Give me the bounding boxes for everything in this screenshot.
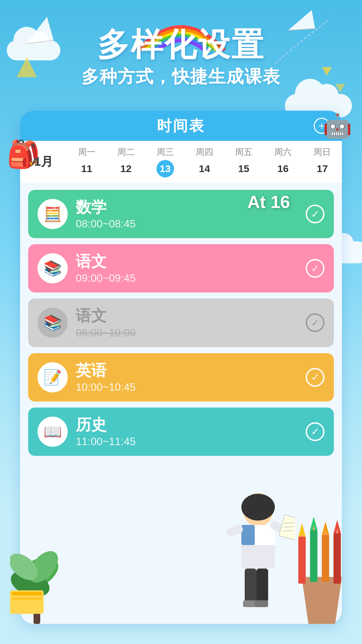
card-header: 时间表 ＋: [20, 111, 342, 141]
check-icon: ✓: [306, 368, 324, 387]
subject-info: 历史11:00~11:45: [76, 416, 298, 448]
schedule-item-4[interactable]: 📝英语10:00~10:45✓: [28, 353, 334, 401]
subject-time: 11:00~11:45: [76, 435, 298, 448]
week-header: 1月 周一11周二12周三13周四14周五15周六16周日17: [20, 141, 342, 183]
day-col-15[interactable]: 周五15: [235, 146, 252, 177]
svg-rect-24: [298, 537, 306, 584]
days-row: 周一11周二12周三13周四14周五15周六16周日17: [67, 146, 342, 177]
header-section: 多样化设置 多种方式，快捷生成课表: [0, 27, 362, 89]
blue-creature: 🎒: [7, 141, 40, 168]
svg-rect-46: [12, 598, 42, 600]
subject-icon: 📝: [38, 362, 68, 392]
subject-info: 英语10:00~10:45: [76, 361, 298, 393]
day-number: 11: [78, 160, 96, 177]
svg-rect-33: [334, 533, 341, 584]
svg-rect-11: [241, 525, 255, 545]
subject-info: 语文08:00~10:00: [76, 307, 298, 339]
robot-character: 🤖: [323, 114, 352, 138]
main-title: 多样化设置: [0, 27, 362, 62]
check-icon: ✓: [306, 259, 324, 278]
schedule-item-5[interactable]: 📖历史11:00~11:45✓: [28, 408, 334, 456]
subject-icon: 📚: [38, 253, 68, 283]
subject-icon: 🧮: [38, 199, 68, 229]
svg-rect-45: [12, 592, 42, 595]
day-name: 周五: [235, 146, 252, 158]
svg-rect-16: [255, 600, 268, 607]
day-number: 15: [235, 160, 252, 177]
pencils-cup: [292, 517, 352, 624]
sub-title: 多种方式，快捷生成课表: [0, 65, 362, 89]
schedule-item-2[interactable]: 📚语文09:00~09:45✓: [28, 244, 334, 292]
schedule-item-3[interactable]: 📚语文08:00~10:00✓: [28, 299, 334, 347]
day-name: 周三: [157, 146, 174, 158]
subject-time: 08:00~10:00: [76, 327, 298, 339]
subject-time: 10:00~10:45: [76, 381, 298, 393]
svg-point-9: [241, 494, 275, 521]
day-name: 周四: [196, 146, 213, 158]
day-col-17[interactable]: 周日17: [313, 146, 331, 177]
day-number: 12: [117, 160, 135, 177]
subject-time: 08:00~08:45: [76, 218, 298, 230]
day-name: 周日: [313, 146, 331, 158]
day-col-12[interactable]: 周二12: [117, 146, 135, 177]
day-name: 周二: [117, 146, 135, 158]
svg-rect-17: [225, 524, 244, 538]
subject-name: 语文: [76, 252, 298, 271]
subject-name: 语文: [76, 307, 298, 325]
day-name: 周六: [274, 146, 292, 158]
svg-rect-27: [310, 530, 317, 582]
day-col-16[interactable]: 周六16: [274, 146, 292, 177]
day-col-11[interactable]: 周一11: [78, 146, 96, 177]
svg-rect-15: [243, 600, 256, 607]
day-number: 13: [157, 160, 174, 177]
day-number: 16: [274, 160, 292, 177]
day-col-14[interactable]: 周四14: [196, 146, 213, 177]
subject-icon: 📖: [38, 417, 68, 447]
subject-name: 历史: [76, 416, 298, 434]
student-figure: [221, 490, 295, 617]
svg-rect-30: [322, 535, 329, 582]
check-icon: ✓: [306, 313, 324, 332]
subject-name: 英语: [76, 361, 298, 380]
day-col-13[interactable]: 周三13: [157, 146, 174, 177]
plants-left: [10, 523, 77, 624]
day-name: 周一: [78, 146, 96, 158]
card-header-title: 时间表: [157, 116, 205, 136]
subject-time: 09:00~09:45: [76, 272, 298, 284]
svg-marker-23: [302, 577, 342, 624]
check-icon: ✓: [306, 205, 324, 223]
subject-info: 语文09:00~09:45: [76, 252, 298, 284]
day-number: 17: [313, 160, 331, 177]
at16-badge: At 16: [247, 192, 290, 212]
svg-rect-14: [256, 569, 268, 602]
svg-rect-13: [245, 569, 256, 602]
day-number: 14: [196, 160, 213, 177]
check-icon: ✓: [306, 422, 324, 441]
subject-icon: 📚: [38, 308, 68, 338]
schedule-list: 🧮数学08:00~08:45✓📚语文09:00~09:45✓📚语文08:00~1…: [20, 183, 342, 463]
